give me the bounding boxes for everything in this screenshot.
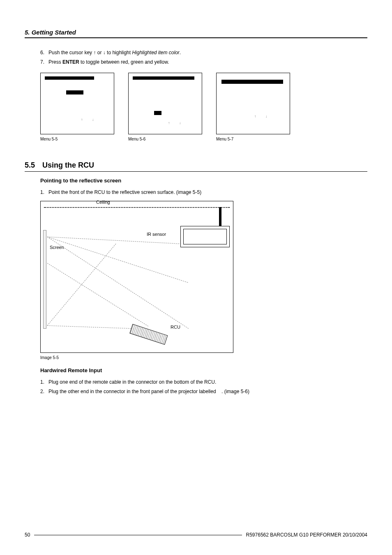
menu-box-2: ↑ ↓ (128, 73, 202, 134)
ray-line (47, 263, 148, 327)
step-number: 2. (40, 387, 48, 396)
text-plain: Plug the other end in the connector in t… (48, 389, 217, 394)
ray-line (47, 325, 134, 329)
screen-bar (43, 230, 46, 329)
step-text: Plug one end of the remote cable in the … (48, 378, 367, 387)
ceiling-line (44, 207, 230, 208)
header-rule (25, 37, 367, 38)
section-rule (25, 171, 367, 172)
text-plain: Press (48, 59, 62, 65)
page-footer: 50 R5976562 BARCOSLM G10 PERFORMER 20/10… (25, 532, 367, 538)
top-steps-block: 6. Push the cursor key ↑ or ↓ to highlig… (40, 48, 367, 67)
step-item: 2. Plug the other end in the connector i… (40, 387, 367, 396)
menu-box-3: ↑ ↓ (216, 73, 290, 134)
section-heading: 5.5 Using the RCU (25, 161, 367, 170)
menu-caption: Menu 5-5 (40, 137, 114, 141)
ray-line (47, 237, 189, 329)
steps-list-sub1: 1. Point the front of the RCU to the ref… (40, 188, 367, 197)
step-item: 6. Push the cursor key ↑ or ↓ to highlig… (40, 48, 367, 58)
menu-box-1: ↑ ↓ (40, 73, 114, 134)
menu-arrows: ↑ ↓ (254, 114, 272, 118)
step-text: Push the cursor key ↑ or ↓ to highlight … (48, 48, 367, 58)
text-bold: ENTER (62, 59, 79, 65)
menu-title-bar (45, 76, 94, 80)
step-number: 7. (40, 58, 48, 67)
menu-col-1: ↑ ↓ Menu 5-5 (40, 73, 114, 141)
text-plain: to toggle between red, green and yellow. (79, 59, 169, 65)
section-title: Using the RCU (42, 161, 94, 170)
projector-icon (180, 226, 230, 247)
steps-list-sub2: 1. Plug one end of the remote cable in t… (40, 378, 367, 396)
menu-arrows: ↑ ↓ (81, 117, 98, 122)
text-plain: . (180, 50, 181, 55)
menu-row: ↑ ↓ Menu 5-5 ↑ ↓ Menu 5-6 ↑ ↓ Menu 5-7 (40, 73, 367, 141)
image-caption: Image 5-5 (40, 355, 367, 360)
sub-block-1: Pointing to the reflective screen 1. Poi… (40, 177, 367, 396)
step-item: 1. Point the front of the RCU to the ref… (40, 188, 367, 197)
step-number: 1. (40, 378, 48, 387)
figure-box: Ceiling IR sensor Screen RCU (40, 201, 233, 353)
label-rcu: RCU (171, 325, 180, 329)
footer-rule (34, 535, 242, 535)
menu-col-2: ↑ ↓ Menu 5-6 (128, 73, 202, 141)
steps-list-top: 6. Push the cursor key ↑ or ↓ to highlig… (40, 48, 367, 67)
sub-heading: Hardwired Remote Input (40, 367, 367, 373)
step-number: 6. (40, 48, 48, 58)
projector-mount (219, 207, 221, 226)
sub-heading: Pointing to the reflective screen (40, 177, 367, 184)
menu-highlight-bar (66, 90, 83, 94)
label-ir: IR sensor (147, 232, 166, 237)
menu-title-bar (221, 80, 283, 84)
doc-id: R5976562 BARCOSLM G10 PERFORMER 20/10/20… (246, 532, 367, 538)
step-item: 1. Plug one end of the remote cable in t… (40, 378, 367, 387)
page-number: 50 (25, 532, 30, 538)
label-ceiling: Ceiling (96, 200, 110, 205)
menu-arrows: ↑ ↓ (168, 121, 185, 125)
menu-col-3: ↑ ↓ Menu 5-7 (216, 73, 290, 141)
menu-caption: Menu 5-6 (128, 137, 202, 141)
chapter-heading: 5. Getting Started (25, 29, 367, 36)
step-text: Point the front of the RCU to the reflec… (48, 188, 367, 197)
menu-caption: Menu 5-7 (216, 137, 290, 141)
rcu-icon (129, 324, 168, 345)
text-plain: Push the cursor key ↑ or ↓ to highlight (48, 50, 132, 55)
step-text: Press ENTER to toggle between red, green… (48, 58, 367, 67)
menu-title-bar (133, 76, 194, 80)
step-number: 1. (40, 188, 48, 197)
text-plain: . (image 5-6) (221, 389, 249, 394)
text-italic: Highlighted item color (132, 50, 179, 55)
menu-highlight-bar (154, 111, 161, 115)
step-item: 7. Press ENTER to toggle between red, gr… (40, 58, 367, 67)
section-number: 5.5 (25, 161, 35, 170)
step-text: Plug the other end in the connector in t… (48, 387, 367, 396)
